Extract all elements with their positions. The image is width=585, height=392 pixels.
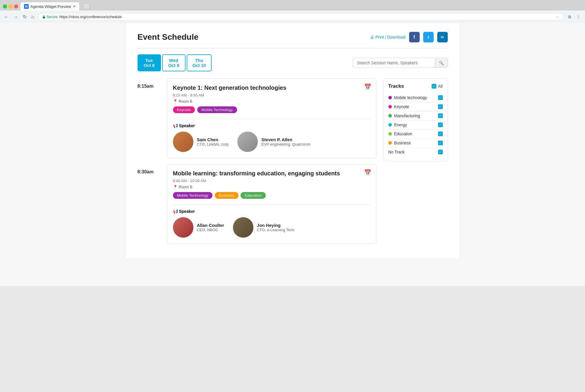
track-no-track-checkbox[interactable]: ✓	[438, 150, 443, 154]
calendar-add-icon-2[interactable]: 📅	[364, 169, 371, 176]
extensions-button[interactable]: ⚙	[566, 13, 573, 20]
track-manufacturing-checkbox[interactable]: ✓	[438, 113, 443, 118]
speaker-2-title: EVP engineering, Qualcomm	[261, 142, 310, 146]
search-input[interactable]	[353, 58, 435, 68]
session-row: 8:30am 📅 Mobile learning: transforming e…	[138, 164, 376, 244]
speaker-3-name: Allan Coulter	[197, 223, 224, 228]
track-education: Education ✓	[388, 129, 443, 139]
header-actions: 🖨 Print / Download f t in	[370, 32, 448, 42]
location-pin-icon-2: 📍	[173, 185, 178, 189]
mobile-track-dot	[388, 96, 392, 99]
date-tab-tue[interactable]: Tue Oct 8	[138, 54, 161, 71]
linkedin-icon[interactable]: in	[437, 32, 448, 42]
page-content: Event Schedule 🖨 Print / Download f t in	[126, 23, 459, 258]
megaphone-icon-2: 📢	[173, 209, 178, 214]
sidebar-column: Tracks ✓ All Mobile technology ✓	[383, 78, 448, 250]
mobile-technology-tag[interactable]: Mobile Technology	[197, 106, 237, 113]
session-1-room: Room B	[179, 99, 193, 103]
energy-track-dot	[388, 123, 392, 127]
session-1-timerange: 8:15 AM - 9:30 AM	[173, 93, 370, 97]
track-business-checkbox[interactable]: ✓	[438, 141, 443, 145]
maximize-dot	[14, 4, 18, 8]
fb-letter: f	[414, 34, 415, 40]
track-manufacturing: Manufacturing ✓	[388, 111, 443, 120]
track-education-label: Education	[394, 132, 412, 136]
search-button[interactable]: 🔍	[435, 58, 447, 68]
print-download-label: Print / Download	[375, 35, 406, 39]
speaker-3: Allan Coulter CEO, NBOC	[173, 217, 224, 238]
tw-letter: t	[428, 34, 429, 40]
tab-close-button[interactable]: ✕	[73, 4, 76, 8]
calendar-add-icon[interactable]: 📅	[364, 83, 371, 90]
session-1-tags: Keynote Mobile Technology	[173, 106, 370, 115]
date-tab-thu[interactable]: Thu Oct 10	[187, 54, 212, 71]
page-header: Event Schedule 🖨 Print / Download f t in	[138, 32, 448, 42]
secure-label: Secure	[47, 15, 58, 19]
business-tag[interactable]: Business	[215, 192, 239, 199]
track-no-track-label: No Track	[388, 150, 405, 154]
speaker-text-2: Speaker	[179, 209, 195, 214]
track-mobile-label: Mobile technology	[394, 95, 427, 100]
speaker-2-avatar	[237, 132, 258, 152]
menu-button[interactable]: ⋮	[574, 13, 582, 20]
track-energy-checkbox[interactable]: ✓	[438, 122, 443, 127]
keynote-tag[interactable]: Keynote	[173, 106, 195, 113]
back-button[interactable]: ←	[3, 13, 10, 21]
track-manufacturing-left: Manufacturing	[388, 113, 420, 118]
browser-action-buttons: ⚙ ⋮	[566, 13, 582, 20]
reload-button[interactable]: ↻	[22, 13, 28, 21]
track-no-track: No Track ✓	[388, 148, 443, 156]
tab-tue-day: Tue	[143, 58, 155, 63]
forward-button[interactable]: →	[12, 13, 19, 21]
all-checkbox[interactable]: ✓	[432, 84, 436, 89]
li-letter: in	[441, 35, 444, 39]
track-no-track-left: No Track	[388, 150, 405, 154]
speaker-1-avatar	[173, 132, 193, 152]
new-tab-button[interactable]: ⬜	[82, 3, 92, 11]
controls-row: Tue Oct 8 Wed Oct 9 Thu Oct 10 🔍	[138, 54, 448, 71]
track-business-label: Business	[394, 141, 411, 145]
education-tag[interactable]: Education	[241, 192, 266, 199]
session-1-time: 8:15am	[138, 78, 161, 158]
print-download-button[interactable]: 🖨 Print / Download	[370, 35, 406, 39]
business-track-dot	[388, 141, 392, 145]
session-1-location: 📍 Room B	[173, 99, 370, 103]
tab-wed-date: Oct 9	[168, 63, 180, 68]
header-divider	[138, 48, 448, 49]
main-layout: 8:15am 📅 Keynote 1: Next generation tech…	[138, 78, 448, 250]
track-manufacturing-label: Manufacturing	[394, 113, 420, 118]
search-icon: 🔍	[439, 61, 444, 65]
speaker-4-info: Jon Heying CTO, e-Learning Tech	[257, 223, 294, 232]
tracks-all: ✓ All	[432, 84, 443, 89]
date-tab-wed[interactable]: Wed Oct 9	[162, 54, 186, 71]
printer-icon: 🖨	[370, 35, 374, 39]
track-education-left: Education	[388, 132, 412, 136]
track-keynote-left: Keynote	[388, 104, 409, 109]
track-education-checkbox[interactable]: ✓	[438, 132, 443, 136]
speaker-4-avatar	[233, 217, 253, 238]
browser-tab[interactable]: W Agenda Widget Preview ✕	[20, 2, 79, 11]
track-mobile-left: Mobile technology	[388, 95, 427, 100]
url-text: https://nbos.org/conference/schedule	[59, 15, 122, 19]
mobile-technology-tag-2[interactable]: Mobile Technology	[173, 192, 212, 199]
sessions-column: 8:15am 📅 Keynote 1: Next generation tech…	[138, 78, 376, 250]
session-2-card: 📅 Mobile learning: transforming educatio…	[167, 164, 376, 244]
track-keynote-checkbox[interactable]: ✓	[438, 104, 443, 109]
twitter-icon[interactable]: t	[423, 32, 434, 42]
home-button[interactable]: ⌂	[30, 13, 35, 21]
education-track-dot	[388, 132, 392, 136]
facebook-icon[interactable]: f	[409, 32, 420, 42]
track-mobile-checkbox[interactable]: ✓	[438, 95, 443, 100]
url-input[interactable]: Secure https://nbos.org/conference/sched…	[38, 13, 564, 21]
bookmark-icon[interactable]: ☆	[556, 15, 559, 19]
page-title: Event Schedule	[138, 32, 199, 42]
session-1-card: 📅 Keynote 1: Next generation technologie…	[167, 78, 376, 158]
svg-rect-0	[43, 17, 45, 18]
speaker-3-title: CEO, NBOC	[197, 228, 224, 232]
all-label: All	[438, 84, 443, 89]
close-dot	[3, 4, 7, 8]
tab-wed-day: Wed	[168, 58, 180, 63]
tab-thu-date: Oct 10	[193, 63, 206, 68]
speaker-3-avatar	[173, 217, 193, 238]
track-keynote-label: Keynote	[394, 104, 409, 109]
